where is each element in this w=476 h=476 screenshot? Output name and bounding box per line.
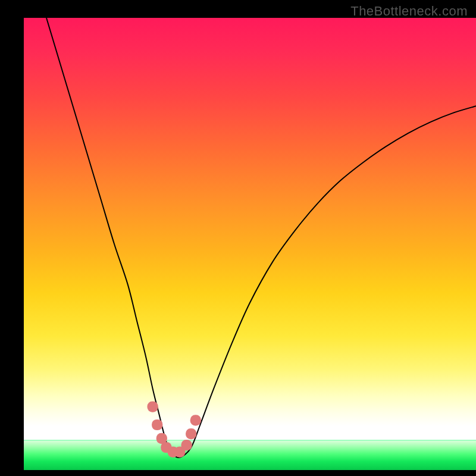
curve-svg (24, 18, 476, 470)
minimum-marker-dot (147, 401, 158, 412)
watermark-text: TheBottleneck.com (350, 4, 468, 19)
bottleneck-curve (46, 18, 476, 458)
minimum-marker-dot (181, 440, 192, 450)
minimum-marker-dot (152, 419, 162, 430)
minimum-marker-dot (186, 428, 196, 439)
plot-area (24, 18, 476, 470)
chart-container: TheBottleneck.com (0, 0, 476, 476)
minimum-marker-dot (190, 415, 201, 425)
minimum-marker-group (147, 401, 201, 457)
